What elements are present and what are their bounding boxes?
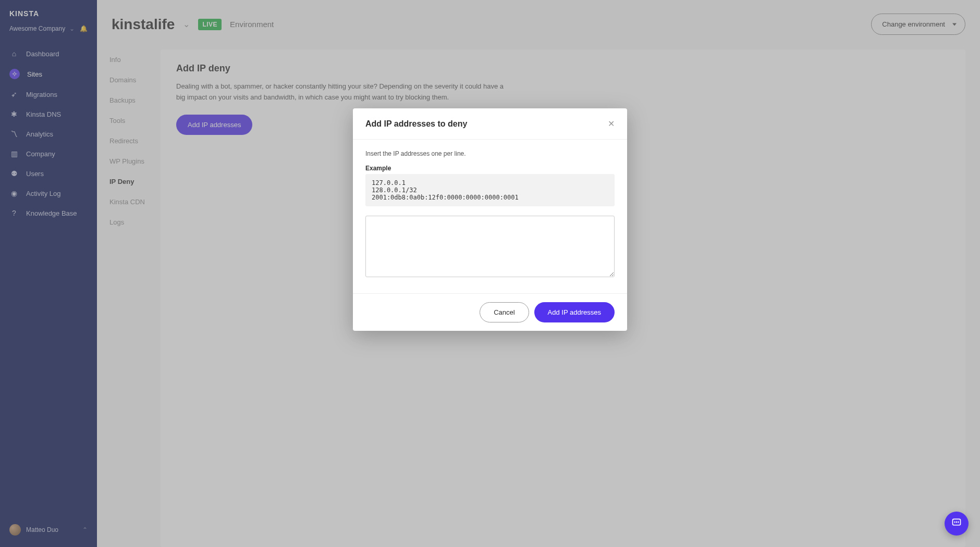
cancel-button[interactable]: Cancel: [480, 302, 529, 322]
modal-title: Add IP addresses to deny: [365, 119, 467, 129]
add-ip-modal: Add IP addresses to deny ✕ Insert the IP…: [353, 108, 627, 331]
ip-textarea[interactable]: [365, 216, 615, 277]
chat-launcher[interactable]: [945, 512, 969, 536]
chat-icon: [951, 517, 962, 530]
example-box: 127.0.0.1 128.0.0.1/32 2001:0db8:0a0b:12…: [365, 174, 615, 206]
modal-footer: Cancel Add IP addresses: [353, 293, 627, 331]
close-icon[interactable]: ✕: [608, 119, 615, 129]
confirm-add-ip-button[interactable]: Add IP addresses: [534, 302, 615, 322]
modal-overlay: Add IP addresses to deny ✕ Insert the IP…: [0, 0, 980, 547]
modal-header: Add IP addresses to deny ✕: [353, 108, 627, 140]
example-label: Example: [365, 165, 615, 172]
modal-hint: Insert the IP addresses one per line.: [365, 150, 615, 157]
modal-body: Insert the IP addresses one per line. Ex…: [353, 140, 627, 293]
